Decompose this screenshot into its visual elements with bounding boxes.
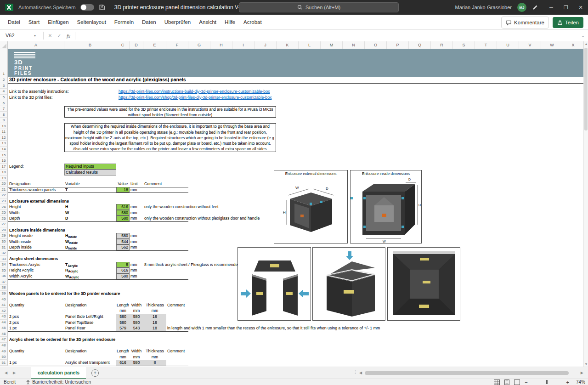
render-external-dimensions[interactable]: Enlcosure external dimensions W D H <box>274 170 348 243</box>
column-header-H[interactable]: H <box>210 41 232 49</box>
column-header-I[interactable]: I <box>232 41 254 49</box>
row-header-16[interactable]: 16 <box>0 158 8 164</box>
column-header-M[interactable]: M <box>321 41 343 49</box>
value-cell[interactable]: 616 <box>116 204 130 210</box>
row-header-7[interactable]: 7 <box>0 106 8 112</box>
zoom-knob[interactable] <box>546 380 548 384</box>
column-header-N[interactable]: N <box>343 41 365 49</box>
page-break-view-icon[interactable] <box>514 379 520 385</box>
render-box-interior[interactable] <box>387 247 460 321</box>
value-cell[interactable]: 616 <box>116 267 130 273</box>
row-header-32[interactable]: 32 <box>0 250 8 256</box>
column-header-A[interactable]: A <box>8 41 64 49</box>
column-header-O[interactable]: O <box>365 41 387 49</box>
row-header-13[interactable]: 13 <box>0 141 8 147</box>
row-header-48[interactable]: 48 <box>0 343 8 349</box>
hyperlink[interactable]: https://3d-print-files.com/instructions-… <box>119 89 270 95</box>
row-header-36[interactable]: 36 <box>0 273 8 279</box>
row-header-33[interactable]: 33 <box>0 256 8 262</box>
row-header-21[interactable]: 21 <box>0 187 8 193</box>
row-header-2[interactable]: 2 <box>0 77 8 83</box>
row-header-42[interactable]: 42 <box>0 308 8 314</box>
vertical-scrollbar[interactable]: ▲ ▼ <box>583 41 588 367</box>
row-header-10[interactable]: 10 <box>0 123 8 129</box>
row-header-8[interactable]: 8 <box>0 112 8 118</box>
column-header-L[interactable]: L <box>299 41 321 49</box>
scroll-up-icon[interactable]: ▲ <box>584 42 588 45</box>
column-header-T[interactable]: T <box>475 41 497 49</box>
column-header-V[interactable]: V <box>519 41 541 49</box>
select-all-corner[interactable] <box>0 41 8 49</box>
row-header-25[interactable]: 25 <box>0 210 8 216</box>
horizontal-scroll-thumb[interactable] <box>365 371 569 375</box>
row-header-23[interactable]: 23 <box>0 198 8 204</box>
row-header-15[interactable]: 15 <box>0 152 8 158</box>
sheet-tab-calculation-panels[interactable]: calculation panels <box>31 367 86 379</box>
column-header-J[interactable]: J <box>254 41 277 49</box>
row-header-39[interactable]: 39 <box>0 291 8 297</box>
horizontal-scrollbar[interactable]: ◀ ▶ <box>359 371 583 375</box>
row-header-6[interactable]: 6 <box>0 100 8 106</box>
page-layout-view-icon[interactable] <box>504 379 510 385</box>
column-header-S[interactable]: S <box>453 41 475 49</box>
row-header-47[interactable]: 47 <box>0 337 8 343</box>
column-header-R[interactable]: R <box>431 41 453 49</box>
value-cell[interactable]: 544 <box>116 239 130 245</box>
row-header-43[interactable]: 43 <box>0 314 8 320</box>
row-header-22[interactable]: 22 <box>0 192 8 198</box>
scroll-down-icon[interactable]: ▼ <box>584 362 588 366</box>
column-header-B[interactable]: B <box>64 41 116 49</box>
row-header-9[interactable]: 9 <box>0 118 8 124</box>
row-header-17[interactable]: 17 <box>0 164 8 170</box>
row-header-20[interactable]: 20 <box>0 181 8 187</box>
vertical-scroll-thumb[interactable] <box>584 48 588 130</box>
row-header-12[interactable]: 12 <box>0 135 8 141</box>
value-cell[interactable]: 580 <box>116 210 130 216</box>
row-header-18[interactable]: 18 <box>0 170 8 176</box>
column-header-W[interactable]: W <box>541 41 563 49</box>
value-cell[interactable]: 580 <box>116 273 130 279</box>
column-header-F[interactable]: F <box>166 41 188 49</box>
row-header-5[interactable]: 5 <box>0 95 8 101</box>
row-header-38[interactable]: 38 <box>0 285 8 291</box>
column-header-G[interactable]: G <box>188 41 210 49</box>
row-header-11[interactable]: 11 <box>0 129 8 135</box>
column-header-U[interactable]: U <box>497 41 519 49</box>
column-header-C[interactable]: C <box>116 41 130 49</box>
row-header-44[interactable]: 44 <box>0 320 8 326</box>
row-header-51[interactable]: 51 <box>0 360 8 366</box>
accessibility-status[interactable]: Barrierefreiheit: Untersuchen <box>26 379 91 385</box>
row-header-27[interactable]: 27 <box>0 221 8 227</box>
scroll-left-icon[interactable]: ◀ <box>359 371 362 375</box>
row-header-29[interactable]: 29 <box>0 233 8 239</box>
render-box-partially-assembled[interactable] <box>312 247 385 321</box>
column-header-Q[interactable]: Q <box>409 41 431 49</box>
value-cell[interactable]: 580 <box>116 215 130 221</box>
row-header-41[interactable]: 41 <box>0 302 8 308</box>
value-cell[interactable]: 562 <box>116 244 130 250</box>
render-inside-dimensions[interactable]: Enlcosure inside dimensions H W D <box>350 170 422 243</box>
row-header-24[interactable]: 24 <box>0 204 8 210</box>
row-header-40[interactable]: 40 <box>0 296 8 302</box>
normal-view-icon[interactable] <box>494 379 500 385</box>
column-header-D[interactable]: D <box>130 41 143 49</box>
column-header-P[interactable]: P <box>387 41 409 49</box>
next-sheet-icon[interactable]: ▶ <box>10 371 18 375</box>
row-header-28[interactable]: 28 <box>0 227 8 233</box>
row-header-14[interactable]: 14 <box>0 147 8 153</box>
column-header-X[interactable]: X <box>563 41 583 49</box>
value-cell[interactable]: 8 <box>116 262 130 268</box>
row-header-4[interactable]: 4 <box>0 89 8 95</box>
row-header-26[interactable]: 26 <box>0 215 8 221</box>
prev-sheet-icon[interactable]: ◀ <box>2 371 10 375</box>
spreadsheet-grid[interactable]: 3D PRINT FILES Enlcosure external dimens… <box>0 0 588 385</box>
render-panels-unfolded[interactable] <box>237 247 311 321</box>
zoom-level[interactable]: 74% <box>572 379 585 385</box>
row-header-1[interactable]: 1 <box>0 49 8 77</box>
row-header-49[interactable]: 49 <box>0 348 8 354</box>
row-header-50[interactable]: 50 <box>0 354 8 360</box>
row-header-34[interactable]: 34 <box>0 262 8 268</box>
value-cell[interactable]: 18 <box>116 187 130 193</box>
hyperlink[interactable]: https://3d-print-files.com/shop/3d-print… <box>119 95 271 101</box>
row-header-3[interactable]: 3 <box>0 83 8 89</box>
